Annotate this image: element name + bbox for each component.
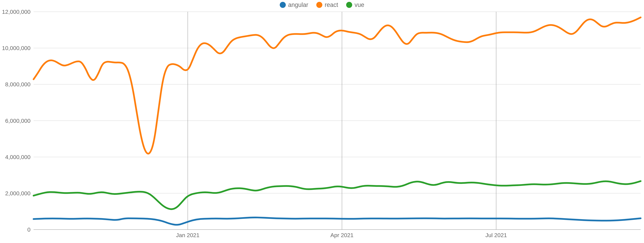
legend-swatch-vue: [346, 2, 352, 8]
chart-lines: [34, 12, 641, 229]
legend-label: react: [325, 1, 338, 9]
y-tick-label: 2,000,000: [5, 190, 30, 196]
y-tick-label: 6,000,000: [5, 117, 30, 124]
x-tick-label: Jul 2021: [485, 232, 507, 238]
series-react[interactable]: [34, 18, 641, 154]
y-tick-label: 8,000,000: [5, 81, 30, 88]
y-tick-label: 4,000,000: [5, 154, 30, 160]
legend-swatch-angular: [280, 2, 286, 8]
series-angular[interactable]: [34, 217, 641, 225]
x-tick-label: Apr 2021: [330, 232, 354, 238]
legend-item-angular[interactable]: angular: [280, 1, 308, 9]
y-tick-label: 12,000,000: [2, 9, 30, 15]
legend-item-vue[interactable]: vue: [346, 1, 364, 9]
legend-label: vue: [354, 1, 364, 9]
chart-legend: angular react vue: [0, 1, 644, 9]
legend-label: angular: [288, 1, 308, 9]
series-vue[interactable]: [34, 181, 641, 209]
x-tick-label: Jan 2021: [176, 232, 200, 238]
y-tick-label: 0: [27, 226, 30, 233]
legend-item-react[interactable]: react: [316, 1, 338, 9]
legend-swatch-react: [316, 2, 322, 8]
y-tick-label: 10,000,000: [2, 45, 30, 51]
downloads-chart: angular react vue 02,000,0004,000,0006,0…: [0, 0, 644, 243]
plot-area: 02,000,0004,000,0006,000,0008,000,00010,…: [34, 12, 641, 229]
